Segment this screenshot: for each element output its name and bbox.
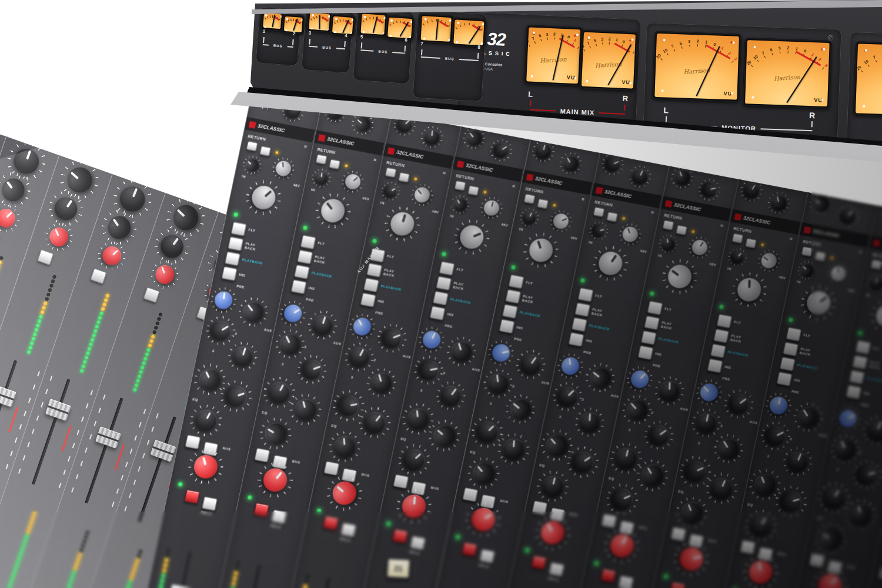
meter-segment bbox=[303, 584, 308, 588]
vu-scale-tick bbox=[465, 22, 469, 43]
aux-number: 2 bbox=[512, 385, 515, 389]
aux-knob bbox=[794, 403, 822, 431]
playback-cyan-label: PLAYBACK bbox=[242, 258, 263, 266]
eq-knob bbox=[751, 471, 779, 499]
aux-knob bbox=[369, 370, 394, 395]
rear-knob bbox=[156, 230, 188, 263]
tick bbox=[156, 413, 159, 419]
aux-knob-blue bbox=[697, 380, 721, 405]
pan-knob bbox=[747, 559, 774, 586]
in-label: IN bbox=[796, 280, 801, 284]
aux-number: 2 bbox=[582, 397, 584, 402]
strip-logo-text: 32CLASSIC bbox=[465, 162, 493, 173]
strip-logo-text: 32CLASSIC bbox=[604, 189, 632, 199]
bus-button bbox=[255, 448, 270, 463]
vu-meter-face bbox=[421, 16, 452, 42]
playback-cyan-label: PLAYBACK bbox=[519, 310, 540, 318]
meter-segment bbox=[83, 360, 88, 365]
meter-segment bbox=[8, 582, 13, 587]
flt-button bbox=[439, 261, 455, 276]
flt-label: FLT bbox=[734, 320, 741, 325]
pan-knob bbox=[192, 453, 220, 482]
vu-meter-face: 2010753210123−+HarrisonVU bbox=[582, 32, 636, 89]
meter-segment bbox=[84, 355, 89, 360]
return-label: RETURN bbox=[872, 252, 882, 260]
insert-button bbox=[638, 345, 654, 360]
vu-meter-monitor-right: 2010753210123−+HarrisonVU bbox=[743, 38, 832, 109]
playback-cyan-label: PLAYBACK bbox=[866, 376, 882, 384]
meter-segment bbox=[236, 561, 240, 565]
strip-logo-text: 32CLASSIC bbox=[673, 202, 701, 212]
green-led bbox=[442, 252, 446, 256]
flt-label: FLT bbox=[526, 281, 533, 286]
strip-logo-mark bbox=[249, 121, 256, 128]
gain-knob bbox=[620, 225, 640, 244]
bus-meter-panel: BUS 5 6 bbox=[353, 8, 414, 84]
vu-meter-face bbox=[360, 14, 385, 35]
vu-meter-face: 2010753210123−+HarrisonVU bbox=[654, 34, 739, 100]
aux-knob bbox=[207, 317, 234, 344]
pre-label: PRE bbox=[791, 390, 800, 395]
rear-knob bbox=[50, 192, 82, 225]
eq-knob bbox=[708, 475, 736, 502]
return-button bbox=[745, 238, 757, 249]
aux-knob bbox=[832, 436, 858, 462]
playback-label: PLAY BACK bbox=[660, 321, 679, 332]
playback-label: PLAY BACK bbox=[383, 268, 402, 279]
in-label: IN bbox=[380, 201, 385, 205]
meter-screw-dot bbox=[863, 105, 865, 108]
return-button bbox=[316, 154, 328, 165]
green-led bbox=[650, 291, 654, 296]
flt-button bbox=[231, 222, 247, 236]
meter-screw-dot bbox=[631, 39, 633, 41]
vu-scale-tick: 3 bbox=[689, 39, 696, 95]
bus-meter-panel: BUS 7 8 bbox=[413, 10, 487, 102]
tick bbox=[124, 506, 127, 512]
meter-segment bbox=[155, 321, 160, 326]
pan-knob bbox=[401, 494, 426, 519]
meter-segment bbox=[234, 571, 238, 575]
rear-knob bbox=[491, 140, 512, 161]
small-knob bbox=[869, 276, 882, 291]
aux-number: 3 bbox=[697, 441, 700, 445]
meter-segment bbox=[42, 306, 46, 310]
meter-segment bbox=[17, 556, 22, 560]
phantom-label: 48V bbox=[293, 183, 300, 188]
aux-knob bbox=[417, 359, 440, 382]
rear-knob bbox=[534, 142, 552, 161]
tick bbox=[85, 447, 88, 453]
bus-label: BUS bbox=[222, 446, 231, 451]
pre-label: PRE bbox=[445, 324, 453, 329]
phantom-label: 48V bbox=[501, 222, 509, 227]
aux-number: 3 bbox=[489, 402, 492, 406]
return-button bbox=[524, 193, 536, 204]
vu-red-zone bbox=[321, 16, 328, 21]
meter-segment bbox=[87, 346, 92, 351]
meter-screw-dot bbox=[363, 31, 365, 33]
strip-logo-text: 32CLASSIC bbox=[812, 228, 840, 239]
channel-button bbox=[143, 287, 160, 303]
meter-segment bbox=[81, 544, 85, 549]
meter-segment bbox=[134, 383, 139, 387]
bus-label: BUS bbox=[361, 473, 370, 477]
small-knob bbox=[243, 156, 261, 174]
meter-segment bbox=[11, 573, 16, 578]
bus-label: BUS bbox=[708, 539, 717, 543]
eq-label: EQ bbox=[747, 503, 753, 507]
bus-vu-meter bbox=[451, 17, 487, 48]
playback-button bbox=[366, 263, 382, 278]
meter-screw-dot bbox=[531, 75, 533, 78]
bus-meter-panel: BUS 1 2 bbox=[255, 6, 302, 66]
return-right-label: R bbox=[859, 250, 863, 254]
flt-button bbox=[578, 288, 594, 302]
aux-number: 2 bbox=[373, 358, 376, 362]
eq-label: EQ bbox=[400, 437, 406, 442]
cut-button bbox=[392, 529, 408, 543]
meter-segment bbox=[163, 563, 168, 567]
meter-screw-dot bbox=[334, 31, 336, 33]
aux-knob bbox=[310, 313, 335, 338]
solo-button bbox=[202, 496, 218, 511]
bus-label: BUS bbox=[430, 486, 439, 490]
meter-segment bbox=[101, 307, 105, 312]
rear-knob bbox=[560, 153, 581, 173]
